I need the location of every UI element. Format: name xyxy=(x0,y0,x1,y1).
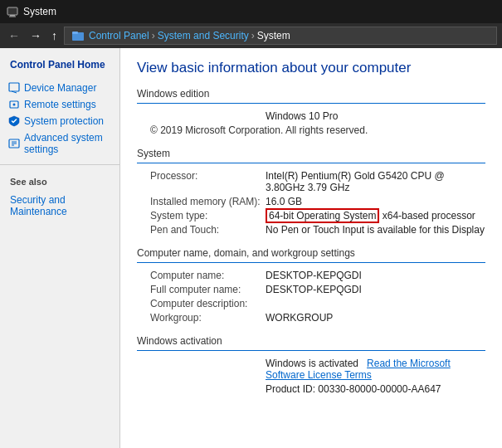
system-type-suffix: x64-based processor xyxy=(379,210,475,222)
full-computer-name-row: Full computer name: DESKTOP-KEPQGDI xyxy=(137,284,485,295)
section-divider xyxy=(137,103,485,104)
forward-button[interactable]: → xyxy=(27,28,45,43)
workgroup-row: Workgroup: WORKGROUP xyxy=(137,312,485,324)
section-divider-3 xyxy=(137,262,485,263)
advanced-settings-icon xyxy=(8,138,20,149)
system-type-row: System type: 64-bit Operating System x64… xyxy=(137,210,485,222)
computer-name-row: Computer name: DESKTOP-KEPQGDI xyxy=(137,270,485,281)
computer-name-label: Computer name: xyxy=(137,270,266,281)
main-layout: Control Panel Home Device Manager Remote… xyxy=(0,48,502,448)
computer-name-value: DESKTOP-KEPQGDI xyxy=(266,270,485,281)
device-manager-icon xyxy=(8,82,20,94)
sidebar-item-remote-settings[interactable]: Remote settings xyxy=(0,96,119,113)
system-header: System xyxy=(137,148,485,159)
processor-label: Processor: xyxy=(137,170,266,193)
workgroup-label: Workgroup: xyxy=(137,312,266,324)
remote-settings-icon xyxy=(8,99,20,110)
memory-label: Installed memory (RAM): xyxy=(137,196,266,207)
system-type-value: 64-bit Operating System x64-based proces… xyxy=(266,210,485,222)
computer-description-value xyxy=(266,298,485,309)
edition-value: Windows 10 Pro xyxy=(266,110,485,122)
device-manager-label: Device Manager xyxy=(24,82,96,94)
remote-settings-label: Remote settings xyxy=(24,99,96,110)
pen-touch-label: Pen and Touch: xyxy=(137,224,266,236)
address-system-security[interactable]: System and Security xyxy=(158,30,249,41)
control-panel-home-link[interactable]: Control Panel Home xyxy=(0,56,119,73)
memory-value: 16.0 GB xyxy=(266,196,485,207)
activation-text: Windows is activated xyxy=(266,358,358,369)
full-computer-name-value: DESKTOP-KEPQGDI xyxy=(266,284,485,295)
windows-activation-section: Windows activation Windows is activated … xyxy=(137,335,485,395)
activation-row: Windows is activated Read the Microsoft … xyxy=(137,358,485,381)
sidebar-item-device-manager[interactable]: Device Manager xyxy=(0,80,119,96)
computer-description-row: Computer description: xyxy=(137,298,485,309)
section-divider-2 xyxy=(137,163,485,163)
section-divider-4 xyxy=(137,350,485,351)
system-type-highlighted: 64-bit Operating System xyxy=(266,208,379,223)
system-type-label: System type: xyxy=(137,210,266,222)
address-control-panel[interactable]: Control Panel xyxy=(89,30,149,41)
address-bar: ← → ↑ Control Panel › System and Securit… xyxy=(0,23,502,48)
system-protection-icon xyxy=(8,115,20,127)
computer-name-header: Computer name, domain, and workgroup set… xyxy=(137,247,485,259)
window-title: System xyxy=(23,6,56,17)
svg-rect-4 xyxy=(72,32,78,34)
back-button[interactable]: ← xyxy=(5,28,23,43)
system-section: System Processor: Intel(R) Pentium(R) Go… xyxy=(137,148,485,236)
up-button[interactable]: ↑ xyxy=(48,28,61,43)
windows-edition-header: Windows edition xyxy=(137,88,485,100)
folder-icon xyxy=(71,29,85,42)
svg-rect-5 xyxy=(9,83,19,91)
pen-touch-value: No Pen or Touch Input is available for t… xyxy=(266,224,485,236)
pen-touch-row: Pen and Touch: No Pen or Touch Input is … xyxy=(137,224,485,236)
activation-header: Windows activation xyxy=(137,335,485,347)
sidebar-item-system-protection[interactable]: System protection xyxy=(0,113,119,129)
page-title: View basic information about your comput… xyxy=(137,60,485,76)
see-also-heading: See also xyxy=(0,172,119,192)
edition-row: Windows 10 Pro xyxy=(137,110,485,122)
computer-description-label: Computer description: xyxy=(137,298,266,309)
security-maintenance-link[interactable]: Security and Maintenance xyxy=(0,192,119,220)
content-area: View basic information about your comput… xyxy=(120,48,502,448)
address-current: System xyxy=(257,30,290,41)
svg-rect-2 xyxy=(9,17,16,17)
address-path: Control Panel › System and Security › Sy… xyxy=(64,27,497,45)
advanced-settings-label: Advanced system settings xyxy=(24,132,111,155)
svg-point-8 xyxy=(13,104,16,106)
copyright-text: © 2019 Microsoft Corporation. All rights… xyxy=(137,124,485,136)
system-icon xyxy=(7,6,18,17)
sidebar-item-advanced-settings[interactable]: Advanced system settings xyxy=(0,129,119,158)
system-protection-label: System protection xyxy=(24,115,104,127)
computer-name-section: Computer name, domain, and workgroup set… xyxy=(137,247,485,324)
full-computer-name-label: Full computer name: xyxy=(137,284,266,295)
product-id-value: Product ID: 00330-80000-00000-AA647 xyxy=(266,383,485,395)
processor-value: Intel(R) Pentium(R) Gold G5420 CPU @ 3.8… xyxy=(266,170,485,193)
svg-rect-1 xyxy=(10,15,15,17)
sidebar: Control Panel Home Device Manager Remote… xyxy=(0,48,120,448)
workgroup-value: WORKGROUP xyxy=(266,312,485,324)
sidebar-divider xyxy=(0,164,119,165)
svg-rect-0 xyxy=(7,7,17,15)
title-bar: System xyxy=(0,0,502,23)
processor-row: Processor: Intel(R) Pentium(R) Gold G542… xyxy=(137,170,485,193)
windows-edition-section: Windows edition Windows 10 Pro © 2019 Mi… xyxy=(137,88,485,136)
product-id-row: Product ID: 00330-80000-00000-AA647 xyxy=(137,383,485,395)
memory-row: Installed memory (RAM): 16.0 GB xyxy=(137,196,485,207)
activation-value: Windows is activated Read the Microsoft … xyxy=(266,358,485,381)
